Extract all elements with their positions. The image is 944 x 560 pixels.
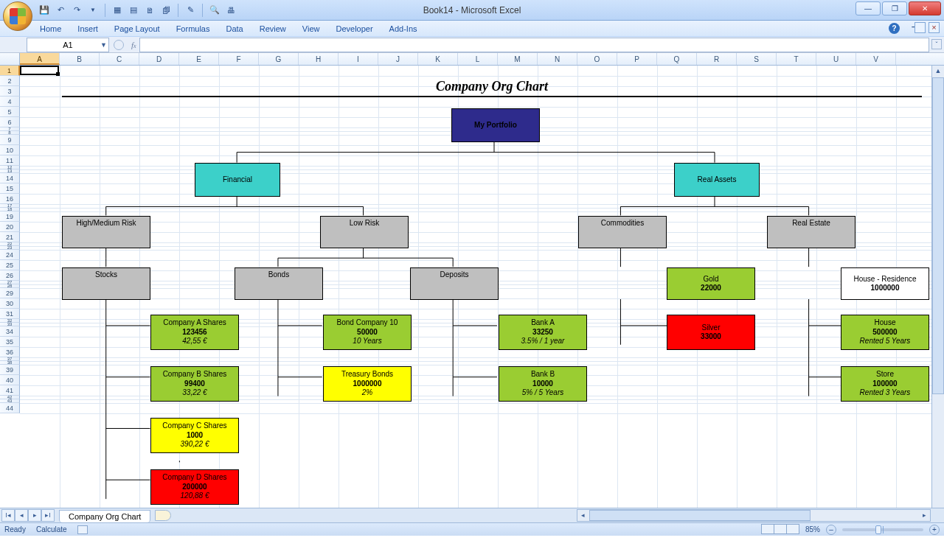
node-deposits[interactable]: Deposits xyxy=(410,267,499,300)
column-header[interactable]: K xyxy=(418,53,458,65)
column-header[interactable]: E xyxy=(179,53,219,65)
select-all-button[interactable] xyxy=(0,53,20,65)
row-header[interactable]: 4 xyxy=(0,97,20,107)
node-real-estate[interactable]: Real Estate xyxy=(767,216,856,248)
row-header[interactable]: 19 xyxy=(0,211,20,222)
column-header[interactable]: B xyxy=(60,53,100,65)
column-header[interactable]: J xyxy=(378,53,418,65)
row-header[interactable]: 40 xyxy=(0,375,20,385)
active-cell[interactable] xyxy=(20,66,59,75)
row-header[interactable]: 31 xyxy=(0,309,20,319)
maximize-button[interactable]: ❐ xyxy=(882,1,907,15)
row-header[interactable]: 44 xyxy=(0,403,20,413)
node-root[interactable]: My Portfolio xyxy=(451,108,540,142)
column-header[interactable]: U xyxy=(816,53,856,65)
chevron-down-icon[interactable]: ▼ xyxy=(100,41,107,49)
close-button[interactable]: ✕ xyxy=(909,1,941,15)
office-button[interactable] xyxy=(3,1,32,31)
column-header[interactable]: O xyxy=(577,53,617,65)
column-header[interactable]: G xyxy=(259,53,299,65)
node-stocks[interactable]: Stocks xyxy=(62,267,150,300)
help-icon[interactable]: ? xyxy=(889,23,900,34)
row-header[interactable]: 15 xyxy=(0,183,20,194)
tab-nav-first[interactable]: I◂ xyxy=(1,509,15,522)
row-header[interactable]: 29 xyxy=(0,288,20,298)
row-header[interactable]: 16 xyxy=(0,194,20,204)
tab-pagelayout[interactable]: Page Layout xyxy=(114,24,160,33)
tab-view[interactable]: View xyxy=(302,24,320,33)
tab-addins[interactable]: Add-Ins xyxy=(389,24,417,33)
column-header[interactable]: P xyxy=(617,53,657,65)
column-header[interactable]: F xyxy=(219,53,259,65)
cancel-fx-icon[interactable] xyxy=(114,40,124,50)
column-header[interactable]: D xyxy=(139,53,179,65)
tab-formulas[interactable]: Formulas xyxy=(176,24,210,33)
tab-home[interactable]: Home xyxy=(40,24,61,33)
column-header[interactable]: V xyxy=(856,53,896,65)
node-highmed-risk[interactable]: High/Medium Risk xyxy=(62,216,150,248)
column-header[interactable]: M xyxy=(498,53,538,65)
column-header[interactable]: I xyxy=(339,53,378,65)
formula-bar[interactable] xyxy=(139,38,929,52)
tab-insert[interactable]: Insert xyxy=(77,24,98,33)
row-header[interactable]: 6 xyxy=(0,117,20,127)
column-header[interactable]: N xyxy=(538,53,577,65)
row-header[interactable]: 35 xyxy=(0,337,20,347)
row-header[interactable]: 41 xyxy=(0,385,20,396)
row-header[interactable]: 9 xyxy=(0,135,20,145)
leaf-silver[interactable]: Silver 33000 xyxy=(667,315,755,350)
leaf-bank-b[interactable]: Bank B 10000 5% / 5 Years xyxy=(499,366,587,402)
tab-data[interactable]: Data xyxy=(226,24,243,33)
node-house-residence[interactable]: House - Residence 1000000 xyxy=(841,267,929,300)
minimize-button[interactable]: — xyxy=(856,1,881,15)
row-header[interactable]: 25 xyxy=(0,260,20,270)
node-real-assets[interactable]: Real Assets xyxy=(674,163,760,197)
name-box[interactable]: A1 ▼ xyxy=(27,38,109,52)
row-header[interactable]: 20 xyxy=(0,222,20,232)
fx-icon[interactable]: fx xyxy=(131,41,136,49)
ribbon-close-window[interactable]: × xyxy=(929,22,940,33)
leaf-company-d[interactable]: Company D Shares 200000 120,88 € xyxy=(150,469,239,505)
leaf-store[interactable]: Store 100000 Rented 3 Years xyxy=(841,366,929,402)
row-header[interactable]: 39 xyxy=(0,365,20,375)
column-header[interactable]: L xyxy=(458,53,498,65)
column-header[interactable]: Q xyxy=(657,53,697,65)
row-header[interactable]: 36 xyxy=(0,347,20,357)
leaf-treasury-bonds[interactable]: Treasury Bonds 1000000 2% xyxy=(323,366,412,402)
row-header[interactable]: 24 xyxy=(0,250,20,260)
row-header[interactable]: 26 xyxy=(0,270,20,281)
column-header[interactable]: S xyxy=(737,53,777,65)
row-header[interactable]: 34 xyxy=(0,326,20,337)
leaf-bond-company[interactable]: Bond Company 10 50000 10 Years xyxy=(323,315,412,350)
node-financial[interactable]: Financial xyxy=(195,163,280,197)
leaf-house[interactable]: House 500000 Rented 5 Years xyxy=(841,315,929,350)
column-header[interactable]: A xyxy=(20,53,60,65)
expand-formula-bar-icon[interactable]: ˇ xyxy=(931,39,942,49)
column-header[interactable]: H xyxy=(299,53,339,65)
org-chart[interactable]: Company Org Chart xyxy=(40,66,944,536)
row-header[interactable]: 3 xyxy=(0,86,20,97)
leaf-company-a[interactable]: Company A Shares 123456 42,55 € xyxy=(150,315,239,350)
row-header[interactable]: 5 xyxy=(0,107,20,117)
row-header[interactable]: 11 xyxy=(0,155,20,166)
tab-nav-prev[interactable]: ◂ xyxy=(15,509,28,522)
node-gold[interactable]: Gold 22000 xyxy=(667,267,755,300)
leaf-bank-a[interactable]: Bank A 33250 3.5% / 1 year xyxy=(499,315,587,350)
node-low-risk[interactable]: Low Risk xyxy=(320,216,409,248)
row-header[interactable]: 1 xyxy=(0,66,20,76)
node-bonds[interactable]: Bonds xyxy=(235,267,323,300)
ribbon-restore-window[interactable] xyxy=(914,22,926,33)
column-header[interactable]: T xyxy=(777,53,816,65)
node-commodities[interactable]: Commodities xyxy=(578,216,667,248)
column-header[interactable]: R xyxy=(697,53,737,65)
cell-grid[interactable]: Company Org Chart xyxy=(20,66,944,536)
column-header[interactable]: C xyxy=(100,53,139,65)
tab-developer[interactable]: Developer xyxy=(336,24,372,33)
row-header[interactable]: 30 xyxy=(0,298,20,309)
row-header[interactable]: 21 xyxy=(0,232,20,242)
leaf-company-c[interactable]: Company C Shares 1000 390,22 € xyxy=(150,418,239,453)
row-header[interactable]: 14 xyxy=(0,173,20,183)
row-header[interactable]: 2 xyxy=(0,76,20,86)
tab-review[interactable]: Review xyxy=(260,24,286,33)
row-header[interactable]: 10 xyxy=(0,145,20,155)
